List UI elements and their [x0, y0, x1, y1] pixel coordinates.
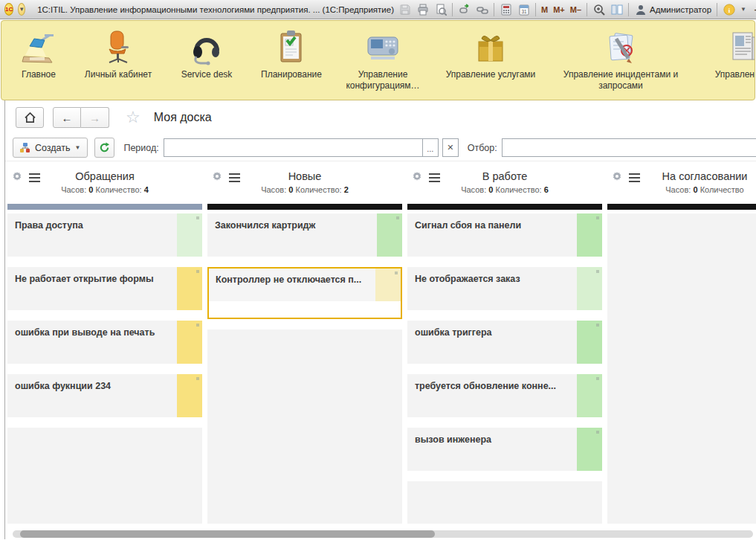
ribbon-section-label: Управление услугами — [446, 69, 536, 80]
ribbon-section-8[interactable]: Управление и — [691, 28, 755, 80]
zoom-icon[interactable] — [592, 3, 605, 16]
column-settings-gear-icon[interactable] — [612, 171, 622, 184]
minimize-button[interactable]: – — [752, 4, 756, 15]
card-status-strip — [177, 374, 202, 417]
split-view-icon[interactable] — [610, 3, 623, 16]
kanban-card[interactable]: ошибка фукнции 234 — [7, 374, 202, 417]
m-minus-icon[interactable]: M– — [570, 5, 581, 14]
kanban-card[interactable]: Закончился картридж — [207, 213, 402, 257]
card-status-strip — [375, 269, 401, 301]
card-corner-icon — [196, 377, 199, 380]
home-button[interactable] — [16, 107, 44, 128]
period-ellipsis-button[interactable]: ... — [422, 138, 439, 157]
column-body: Закончился картриджКонтроллер не отключа… — [207, 210, 402, 524]
card-corner-icon — [196, 270, 199, 273]
forward-button[interactable]: → — [81, 107, 109, 128]
home-icon — [25, 112, 36, 123]
column-stats: Часов: 0 Количество: 6 — [407, 185, 602, 194]
column-settings-gear-icon[interactable] — [212, 171, 222, 184]
period-input[interactable] — [164, 138, 422, 157]
filter-label: Отбор: — [468, 143, 497, 153]
kanban-card[interactable]: Права доступа — [7, 213, 202, 257]
page-title: Моя доска — [154, 111, 212, 124]
card-status-strip — [177, 321, 202, 364]
board-column-2: НовыеЧасов: 0 Количество: 2Закончился ка… — [207, 169, 402, 524]
kanban-card[interactable]: вызов инженера — [407, 428, 602, 471]
user-label: Администратор — [650, 5, 711, 14]
column-settings-gear-icon[interactable] — [12, 171, 22, 184]
titlebar-separator — [535, 3, 536, 16]
gift-icon — [471, 28, 510, 67]
refresh-icon — [99, 142, 110, 153]
column-menu-icon[interactable] — [429, 173, 440, 182]
create-icon — [20, 143, 30, 153]
ribbon-section-6[interactable]: Управление услугами — [431, 28, 550, 80]
ribbon-section-3[interactable]: Service desk — [165, 28, 248, 80]
print-preview-icon[interactable] — [434, 3, 447, 16]
column-menu-icon[interactable] — [629, 173, 640, 182]
column-empty-area — [7, 428, 202, 524]
kanban-card-selected[interactable]: Контроллер не отключается п... — [207, 267, 402, 319]
column-menu-icon[interactable] — [29, 173, 40, 182]
card-corner-icon — [396, 216, 399, 219]
horizontal-scrollbar[interactable] — [13, 530, 753, 538]
ribbon-section-label: Управление и — [715, 69, 755, 80]
column-header: На согласованииЧасов: 0 Количество — [607, 169, 756, 199]
column-stats: Часов: 0 Количество: 2 — [207, 185, 402, 194]
calculator-icon[interactable] — [500, 3, 512, 16]
kanban-card[interactable]: ошибка при выводе на печать — [7, 321, 202, 364]
card-title: Закончился картридж — [215, 220, 315, 231]
current-user[interactable]: Администратор — [634, 3, 711, 16]
ribbon-section-label: Планирование — [261, 69, 322, 80]
print-icon[interactable] — [416, 3, 429, 16]
back-button[interactable]: ← — [53, 107, 81, 128]
calendar-icon[interactable]: 31 — [517, 3, 530, 16]
ribbon-section-5[interactable]: Управление конфигурациям… — [335, 28, 431, 91]
app-logo-icon[interactable]: 1С — [4, 3, 13, 16]
create-caret-icon: ▼ — [75, 144, 81, 151]
window-titlebar: 1С ▼ 1С:ITIL. Управление информационными… — [0, 0, 756, 19]
get-link-icon[interactable] — [476, 3, 488, 16]
kanban-card[interactable]: Сигнал сбоя на панели — [407, 213, 602, 257]
column-header: ОбращенияЧасов: 0 Количество: 4 — [7, 169, 202, 199]
refresh-button[interactable] — [94, 138, 114, 158]
kanban-card[interactable]: Не работает открытие формы — [7, 267, 202, 310]
card-corner-icon — [596, 324, 599, 327]
column-menu-icon[interactable] — [229, 173, 240, 182]
kanban-card[interactable]: Не отображается заказ — [407, 267, 602, 310]
ribbon-section-label: Главное — [22, 69, 56, 80]
documents-icon — [724, 28, 755, 67]
card-title: ошибка фукнции 234 — [15, 381, 111, 391]
ribbon-section-4[interactable]: Планирование — [248, 28, 335, 80]
window-title: 1С:ITIL. Управление информационными техн… — [37, 5, 394, 14]
configuration-icon — [364, 28, 402, 67]
titlebar-separator — [628, 3, 629, 16]
create-button[interactable]: Создать ▼ — [13, 138, 88, 158]
kanban-card[interactable]: требуется обновление конне... — [407, 374, 602, 417]
info-caret-icon[interactable]: ▼ — [740, 6, 746, 13]
kanban-card[interactable]: ошибка триггера — [407, 321, 602, 364]
card-title: вызов инженера — [415, 434, 491, 445]
board-toolbar: Создать ▼ Период: ... ✕ Отбор: — [5, 135, 756, 161]
send-link-icon[interactable] — [458, 3, 471, 16]
filter-input[interactable] — [502, 138, 756, 157]
column-settings-gear-icon[interactable] — [412, 171, 422, 184]
ribbon-section-7[interactable]: Управление инцидентами и запросами — [550, 28, 691, 91]
m-plus-icon[interactable]: M+ — [553, 5, 565, 14]
column-empty-area — [607, 213, 756, 524]
kanban-card[interactable] — [407, 481, 602, 524]
ribbon-section-1[interactable]: Главное — [6, 28, 71, 80]
ribbon-section-label: Личный кабинет — [85, 69, 152, 80]
system-menu-button[interactable]: ▼ — [18, 3, 25, 16]
column-color-bar — [207, 204, 402, 210]
horizontal-scrollbar-thumb[interactable] — [20, 530, 435, 538]
content-frame: ← → ☆ Моя доска Создать ▼ Период: . — [4, 100, 756, 539]
period-clear-button[interactable]: ✕ — [442, 138, 459, 157]
favorite-star-icon[interactable]: ☆ — [126, 108, 140, 127]
info-icon[interactable]: i — [723, 3, 735, 16]
column-empty-area — [207, 330, 402, 524]
m-icon[interactable]: M — [541, 5, 548, 14]
column-header: НовыеЧасов: 0 Количество: 2 — [207, 169, 402, 199]
save-icon[interactable] — [398, 3, 411, 16]
ribbon-section-2[interactable]: Личный кабинет — [71, 28, 165, 80]
